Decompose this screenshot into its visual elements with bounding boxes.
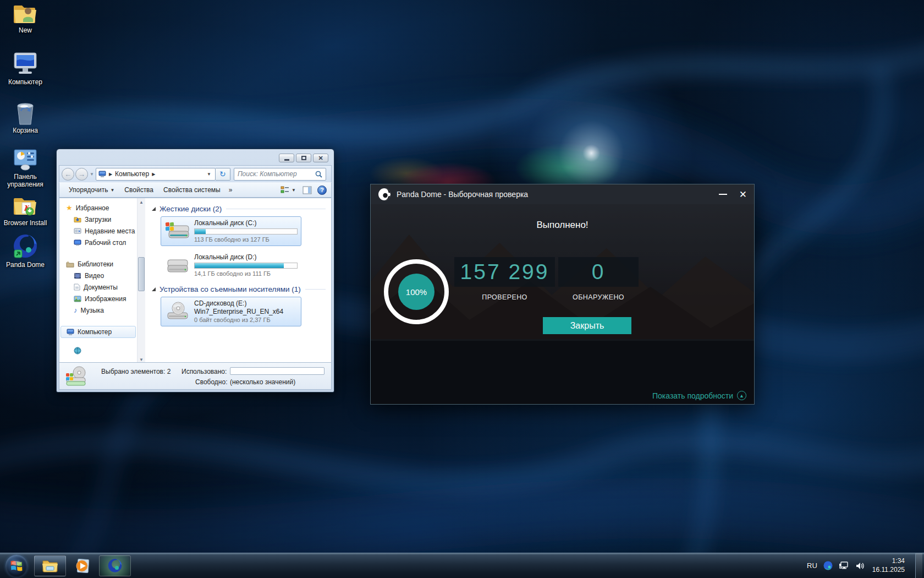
sidebar-item-desktop[interactable]: Рабочий стол: [59, 237, 137, 248]
documents-icon: [74, 283, 80, 291]
desktop-icon-new[interactable]: New: [0, 1, 51, 35]
preview-pane-icon[interactable]: [302, 186, 312, 194]
desktop-icon-label: Browser Install: [0, 220, 51, 227]
sidebar-label: Компьютер: [78, 328, 112, 336]
drive-name: Локальный диск (D:): [194, 253, 298, 261]
desktop-icon-label: Компьютер: [0, 79, 51, 86]
drive-usage-bar: [194, 228, 298, 235]
drive-free-text: 113 ГБ свободно из 127 ГБ: [194, 236, 298, 243]
sidebar-item-computer[interactable]: Компьютер: [61, 326, 136, 338]
taskbar-media-player-button[interactable]: [68, 555, 97, 576]
system-properties-button[interactable]: Свойства системы: [158, 186, 226, 194]
desktop-icon-small: [74, 239, 81, 246]
collapse-triangle-icon: [152, 207, 156, 211]
language-indicator[interactable]: RU: [807, 561, 817, 570]
sidebar-item-favorites[interactable]: ★ Избранное: [59, 202, 137, 214]
organize-button[interactable]: Упорядочить ▼: [64, 186, 119, 194]
show-details-link[interactable]: Показать подробности ▲: [652, 391, 746, 400]
detected-count-panel: 0: [558, 257, 639, 287]
network-globe-icon: [74, 347, 81, 355]
desktop-icon-control-panel[interactable]: Панель управления: [0, 148, 51, 189]
properties-label: Свойства: [124, 186, 153, 194]
sidebar-item-recent-places[interactable]: Недавние места: [59, 225, 137, 237]
taskbar-clock[interactable]: 1:34 16.11.2025: [872, 557, 905, 574]
sidebar-spacer: [59, 248, 137, 258]
computer-small-icon: [67, 329, 74, 336]
taskbar-panda-button[interactable]: [99, 555, 131, 576]
start-button[interactable]: [6, 555, 28, 577]
group-header-hdd[interactable]: Жесткие диски (2): [152, 205, 326, 213]
video-icon: [74, 272, 81, 279]
control-panel-icon: [12, 148, 38, 172]
address-bar[interactable]: ▶ Компьютер ▶ ▼: [96, 168, 216, 181]
shared-folder-icon: [13, 1, 38, 25]
sidebar-item-music[interactable]: ♪ Музыка: [59, 304, 137, 316]
toolbar-overflow-button[interactable]: »: [226, 186, 236, 194]
drive-item-c[interactable]: Локальный диск (C:) 113 ГБ свободно из 1…: [161, 216, 301, 246]
explorer-main: ★ Избранное Загрузки Недавние места: [59, 198, 332, 364]
group-header-removable[interactable]: Устройства со съемными носителями (1): [152, 285, 326, 293]
views-button[interactable]: ▼: [279, 186, 297, 194]
maximize-button[interactable]: [296, 154, 311, 162]
refresh-button[interactable]: ↻: [216, 168, 230, 181]
desktop-icon-computer[interactable]: Компьютер: [0, 51, 51, 86]
scanned-label: ПРОВЕРЕНО: [454, 293, 555, 301]
sidebar-item-downloads[interactable]: Загрузки: [59, 214, 137, 225]
volume-tray-icon[interactable]: [855, 561, 865, 570]
drive-usage-fill: [195, 229, 206, 234]
close-button[interactable]: ✕: [313, 154, 328, 162]
desktop-icon-recycle-bin[interactable]: Корзина: [0, 99, 51, 135]
sidebar-scrollbar[interactable]: ▲ ▼: [137, 198, 145, 364]
sidebar-spacer: [59, 316, 137, 326]
help-button[interactable]: ?: [317, 186, 327, 195]
scan-done-text: Выполнено!: [371, 220, 754, 231]
taskbar-explorer-button[interactable]: [34, 555, 66, 576]
back-button[interactable]: ←: [62, 168, 74, 181]
address-dropdown-icon[interactable]: ▼: [205, 172, 213, 177]
hard-disk-icon: [164, 255, 190, 275]
show-desktop-button[interactable]: [915, 553, 922, 578]
scrollbar-track[interactable]: [138, 206, 145, 356]
sidebar-label: Документы: [84, 283, 118, 291]
collapse-triangle-icon: [152, 287, 156, 291]
panda-close-button[interactable]: Закрыть: [543, 317, 631, 334]
panda-close-x-button[interactable]: ✕: [739, 190, 747, 199]
recent-places-icon: [74, 228, 81, 235]
close-icon: ✕: [318, 155, 323, 161]
sidebar-item-network-partial[interactable]: [59, 345, 137, 356]
selection-disk-icon: [65, 366, 88, 388]
minimize-button[interactable]: [279, 154, 294, 162]
chevron-down-icon: ▼: [292, 188, 296, 193]
network-tray-icon[interactable]: [839, 561, 849, 570]
clock-time: 1:34: [872, 557, 905, 566]
explorer-titlebar[interactable]: ✕: [57, 149, 334, 165]
search-box[interactable]: Поиск: Компьютер: [234, 168, 326, 181]
desktop-icon-panda-dome[interactable]: Panda Dome: [0, 233, 51, 269]
scroll-up-icon[interactable]: ▲: [139, 198, 144, 206]
organize-label: Упорядочить: [69, 186, 108, 194]
sidebar-item-documents[interactable]: Документы: [59, 281, 137, 293]
search-icon[interactable]: [315, 171, 322, 178]
properties-button[interactable]: Свойства: [119, 186, 158, 194]
downloads-icon: [74, 216, 81, 223]
breadcrumb-computer[interactable]: Компьютер: [115, 170, 149, 178]
star-icon: ★: [66, 204, 73, 212]
sidebar-item-libraries[interactable]: Библиотеки: [59, 258, 137, 270]
show-details-label: Показать подробности: [652, 391, 733, 400]
panda-tray-icon[interactable]: [823, 561, 833, 570]
sidebar-item-pictures[interactable]: Изображения: [59, 293, 137, 304]
views-icon: [280, 186, 289, 194]
drive-item-e[interactable]: CD-дисковод (E:) Win7_Enterprise_RU_EN_x…: [161, 297, 301, 326]
drive-item-d[interactable]: Локальный диск (D:) 14,1 ГБ свободно из …: [161, 250, 301, 280]
sidebar-label: Изображения: [85, 295, 126, 303]
chevron-up-circle-icon: ▲: [737, 391, 746, 400]
forward-button[interactable]: →: [75, 168, 88, 181]
panda-minimize-button[interactable]: [719, 194, 727, 195]
search-placeholder: Поиск: Компьютер: [238, 170, 315, 178]
scrollbar-thumb[interactable]: [138, 257, 145, 291]
desktop-icon-browser-install[interactable]: Browser Install: [0, 195, 51, 227]
panda-titlebar[interactable]: Panda Dome - Выборочная проверка ✕: [371, 184, 754, 204]
recent-pages-chevron[interactable]: ▼: [90, 172, 94, 177]
group-title: Устройства со съемными носителями (1): [160, 285, 301, 293]
sidebar-item-video[interactable]: Видео: [59, 270, 137, 281]
